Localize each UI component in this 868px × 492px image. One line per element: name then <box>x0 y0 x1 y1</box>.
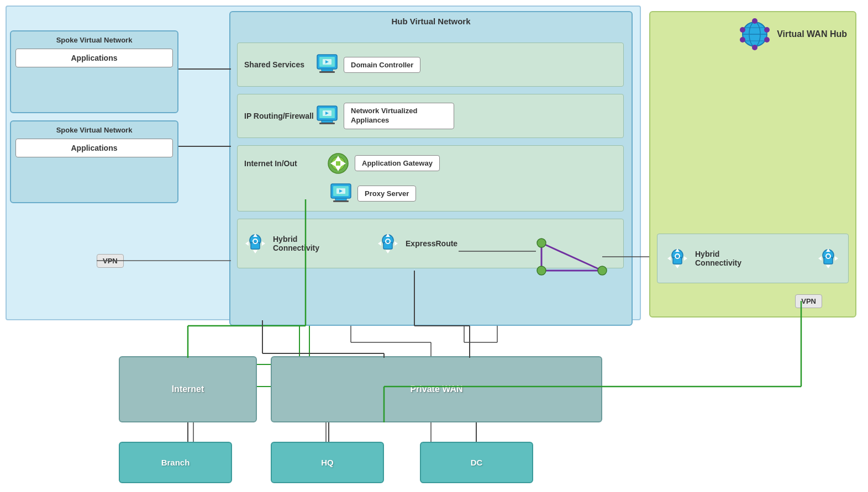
wan-hub: Virtual WAN Hub Hybrid Connectivity <box>649 11 856 318</box>
svg-marker-87 <box>684 256 687 261</box>
svg-marker-60 <box>253 250 257 253</box>
internet-inout-label: Internet In/Out <box>238 159 326 168</box>
spoke-vnet-1-app: Applications <box>15 49 173 67</box>
svg-rect-52 <box>333 200 349 202</box>
svg-marker-61 <box>245 241 249 246</box>
svg-marker-69 <box>394 241 398 246</box>
svg-point-77 <box>764 37 770 43</box>
spoke-vnet-1: Spoke Virtual Network Applications <box>10 30 178 113</box>
svg-rect-34 <box>319 71 335 73</box>
spoke-vnet-2-app: Applications <box>15 139 173 157</box>
svg-marker-86 <box>667 256 671 261</box>
svg-rect-39 <box>322 120 333 123</box>
dc-box: DC <box>420 442 533 483</box>
svg-marker-85 <box>675 265 680 268</box>
wan-hub-label: Virtual WAN Hub <box>777 29 847 39</box>
hub-row-internet: Internet In/Out Application Gateway <box>237 145 624 211</box>
shared-services-label: Shared Services <box>238 60 315 69</box>
svg-marker-67 <box>386 250 390 253</box>
spoke-vnet-2: Spoke Virtual Network Applications <box>10 120 178 203</box>
svg-point-75 <box>752 18 757 24</box>
proxy-box: Proxy Server <box>357 186 416 202</box>
svg-marker-93 <box>818 256 822 261</box>
spoke-vnet-1-label: Spoke Virtual Network <box>15 36 173 44</box>
domain-controller-box: Domain Controller <box>344 57 420 73</box>
hq-box: HQ <box>271 442 384 483</box>
wan-hybrid-icon-1 <box>664 245 691 272</box>
svg-marker-62 <box>262 241 265 246</box>
hub-vnet-label: Hub Virtual Network <box>230 12 632 30</box>
svg-marker-94 <box>835 256 838 261</box>
ip-routing-label: IP Routing/Firewall <box>238 112 315 120</box>
vpn-label-wan: VPN <box>795 294 822 308</box>
hub-row-hybrid: Hybrid Connectivity ExpressRoute <box>237 219 624 268</box>
hub-vnet: Hub Virtual Network Shared Services Doma… <box>229 11 633 326</box>
wan-hub-hybrid-row: Hybrid Connectivity <box>657 234 849 283</box>
monitor-icon-proxy <box>329 182 353 206</box>
branch-box: Branch <box>119 442 232 483</box>
monitor-icon-routing <box>315 104 339 128</box>
hub-row-shared: Shared Services Domain Controller <box>237 43 624 87</box>
svg-point-78 <box>752 45 757 50</box>
wan-hybrid-icon-2 <box>815 245 841 272</box>
hub-row-routing: IP Routing/Firewall Network Virtualized … <box>237 94 624 138</box>
svg-marker-92 <box>826 265 830 268</box>
vpn-label-left: VPN <box>97 254 124 268</box>
svg-rect-40 <box>319 123 335 124</box>
private-wan-box: Private WAN <box>271 356 602 422</box>
appgw-icon <box>326 151 350 176</box>
internet-box: Internet <box>119 356 257 422</box>
hybrid-icon-left <box>242 230 269 257</box>
nva-box: Network Virtualized Appliances <box>344 103 454 129</box>
hybrid-icon-expressroute <box>375 230 401 257</box>
monitor-icon-shared <box>315 52 339 77</box>
svg-point-80 <box>740 37 745 43</box>
expressroute-label: ExpressRoute <box>406 239 457 248</box>
diagram-container: VPN <box>0 0 868 492</box>
wan-hub-globe-icon <box>738 18 771 51</box>
svg-rect-33 <box>322 69 333 71</box>
hybrid-connectivity-hub-label: Hybrid <box>273 235 319 244</box>
spoke-vnet-2-label: Spoke Virtual Network <box>15 126 173 134</box>
svg-point-76 <box>764 27 770 33</box>
svg-point-79 <box>740 27 745 33</box>
svg-rect-51 <box>335 198 346 200</box>
appgw-box: Application Gateway <box>355 155 440 171</box>
svg-marker-68 <box>378 241 381 246</box>
